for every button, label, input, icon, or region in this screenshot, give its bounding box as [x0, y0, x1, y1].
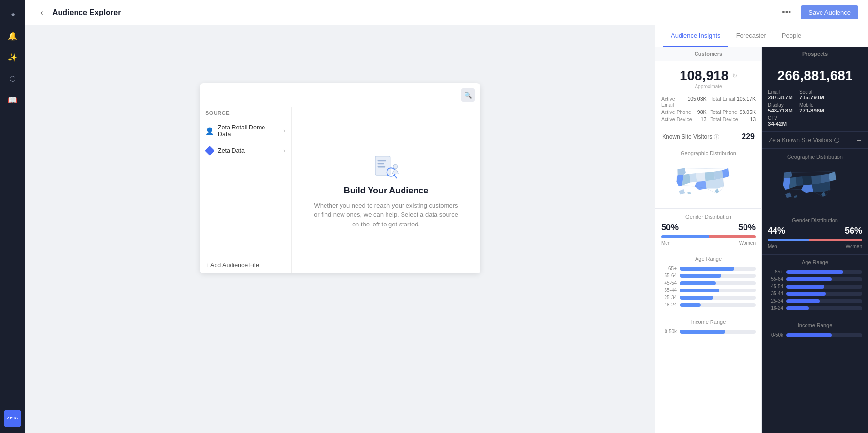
- age-bar-bg-p: [786, 292, 862, 296]
- stat-label: Total Phone: [711, 109, 737, 115]
- known-visitors-row-customers: Known Site Visitors ⓘ 229: [655, 128, 761, 145]
- panel-combined: Customers 108,918 ↻ Approximate Active E…: [655, 47, 868, 433]
- prospects-count-block: 266,881,681: [762, 61, 868, 87]
- age-label-p: 65+: [768, 269, 783, 274]
- search-button[interactable]: 🔍: [461, 88, 475, 102]
- back-button[interactable]: ‹: [35, 6, 48, 19]
- age-bar-fill-p: [786, 277, 832, 281]
- known-visitors-label: Known Site Visitors ⓘ: [662, 133, 719, 141]
- age-row-5564-p: 55-64: [768, 276, 862, 282]
- gender-labels-customers: Men Women: [661, 241, 756, 246]
- age-bar-bg-p: [786, 277, 862, 281]
- geo-section-customers: Geographic Distribution: [655, 145, 761, 209]
- search-bar: 🔍: [200, 83, 480, 107]
- header-actions: ••• Save Audience: [778, 5, 858, 19]
- map-customers: [661, 160, 756, 204]
- stat-row-active-phone: Active Phone 98K: [661, 109, 707, 115]
- customers-panel: Customers 108,918 ↻ Approximate Active E…: [655, 47, 762, 433]
- stat-label: Total Email: [711, 96, 735, 108]
- more-options-button[interactable]: •••: [778, 5, 795, 19]
- bell-icon[interactable]: 🔔: [4, 27, 21, 45]
- add-audience-file-button[interactable]: + Add Audience File: [200, 257, 291, 273]
- stat-row-total-email: Total Email 105.17K: [711, 96, 756, 108]
- tab-forecaster[interactable]: Forecaster: [728, 25, 774, 47]
- age-label: 35-44: [661, 288, 677, 293]
- book-icon[interactable]: 📖: [4, 91, 21, 109]
- age-row-3544-p: 35-44: [768, 291, 862, 296]
- stat-label: Active Phone: [661, 109, 691, 115]
- channel-email: Email 287-317M: [768, 89, 799, 100]
- info-icon[interactable]: ⓘ: [714, 133, 719, 141]
- known-visitors-label-prospects: Zeta Known Site Visitors ⓘ: [769, 137, 839, 144]
- age-bar-bg: [680, 303, 756, 307]
- age-row-4554-p: 45-54: [768, 284, 862, 289]
- income-section-customers: Income Range 0-50k: [655, 314, 761, 341]
- age-label-p: 25-34: [768, 298, 783, 304]
- known-visitors-text: Known Site Visitors: [662, 133, 712, 140]
- info-icon-prospects[interactable]: ⓘ: [834, 137, 839, 144]
- star-icon[interactable]: ✦: [4, 6, 21, 23]
- tab-people[interactable]: People: [774, 25, 809, 47]
- svg-rect-0: [375, 156, 390, 175]
- age-label-p: 18-24: [768, 305, 783, 311]
- known-visitors-row-prospects: Zeta Known Site Visitors ⓘ –: [762, 131, 868, 149]
- stat-row-total-phone: Total Phone 98.05K: [711, 109, 756, 115]
- prospects-header: Prospects: [762, 47, 868, 61]
- age-bar-fill-p: [786, 270, 843, 274]
- channel-mobile: Mobile 770-896M: [799, 102, 831, 113]
- gender-men-label-prospects: Men: [768, 244, 777, 249]
- age-label-p: 35-44: [768, 291, 783, 296]
- channel-empty2: [831, 102, 862, 113]
- income-row-050k: 0-50k: [661, 329, 756, 334]
- header: ‹ Audience Explorer ••• Save Audience: [25, 0, 868, 25]
- save-audience-button[interactable]: Save Audience: [801, 5, 858, 19]
- stat-value: 105.17K: [737, 96, 756, 108]
- gender-percentages-prospects: 44% 56%: [768, 226, 862, 236]
- workspace: 🔍 Source 👤 Zeta Retail Demo Data ›: [25, 25, 655, 433]
- source-item-retail[interactable]: 👤 Zeta Retail Demo Data ›: [200, 120, 291, 142]
- gender-section-customers: Gender Distribution 50% 50% Men Women: [655, 209, 761, 251]
- page-title: Audience Explorer: [52, 8, 778, 17]
- age-row-4554: 45-54: [661, 280, 756, 286]
- arrow-icon: ›: [283, 147, 285, 154]
- gender-section-prospects: Gender Distribution 44% 56% Men Women: [762, 212, 868, 255]
- gender-women-pct: 50%: [738, 223, 756, 233]
- panel-tabs: Audience Insights Forecaster People: [655, 25, 868, 47]
- gender-bar-women: [709, 235, 756, 238]
- gender-women-label: Women: [739, 241, 756, 246]
- gender-women-pct-prospects: 56%: [845, 226, 862, 236]
- age-row-3544: 35-44: [661, 288, 756, 293]
- known-visitors-value: 229: [742, 132, 755, 141]
- svg-rect-1: [378, 160, 387, 161]
- channel-social: Social 715-791M: [799, 89, 831, 100]
- income-bar-fill-p: [786, 333, 832, 337]
- age-bar-fill: [680, 296, 713, 300]
- age-bar-fill: [680, 274, 721, 278]
- stat-value: 98.05K: [740, 109, 756, 115]
- customers-header: Customers: [655, 47, 761, 61]
- age-bar-fill: [680, 281, 716, 285]
- age-row-5564: 55-64: [661, 273, 756, 278]
- search-input[interactable]: [205, 92, 457, 99]
- gender-men-pct: 50%: [661, 223, 679, 233]
- stat-label: Active Email: [661, 96, 687, 108]
- income-row-050k-p: 0-50k: [768, 332, 862, 337]
- age-bar-fill: [680, 289, 719, 292]
- gender-bar-prospects: [768, 239, 862, 241]
- build-illustration: [369, 152, 403, 186]
- age-section-customers: Age Range 65+ 55-64 45-54: [655, 251, 761, 314]
- source-item-zeta[interactable]: Zeta Data ›: [200, 142, 291, 160]
- magic-icon[interactable]: ✨: [4, 48, 21, 66]
- tab-audience-insights[interactable]: Audience Insights: [663, 25, 728, 47]
- channel-empty1: [831, 89, 862, 100]
- customers-count-label: Approximate: [661, 84, 756, 89]
- network-icon[interactable]: ⬡: [4, 70, 21, 87]
- source-item-label: Zeta Retail Demo Data: [218, 124, 279, 138]
- income-title-prospects: Income Range: [768, 322, 862, 328]
- refresh-icon[interactable]: ↻: [732, 72, 737, 79]
- age-bar-bg-p: [786, 285, 862, 289]
- stat-value: 13: [750, 116, 756, 122]
- stat-row-active-email: Active Email 105.03K: [661, 96, 707, 108]
- stat-label: Total Device: [711, 116, 738, 122]
- gender-labels-prospects: Men Women: [768, 244, 862, 249]
